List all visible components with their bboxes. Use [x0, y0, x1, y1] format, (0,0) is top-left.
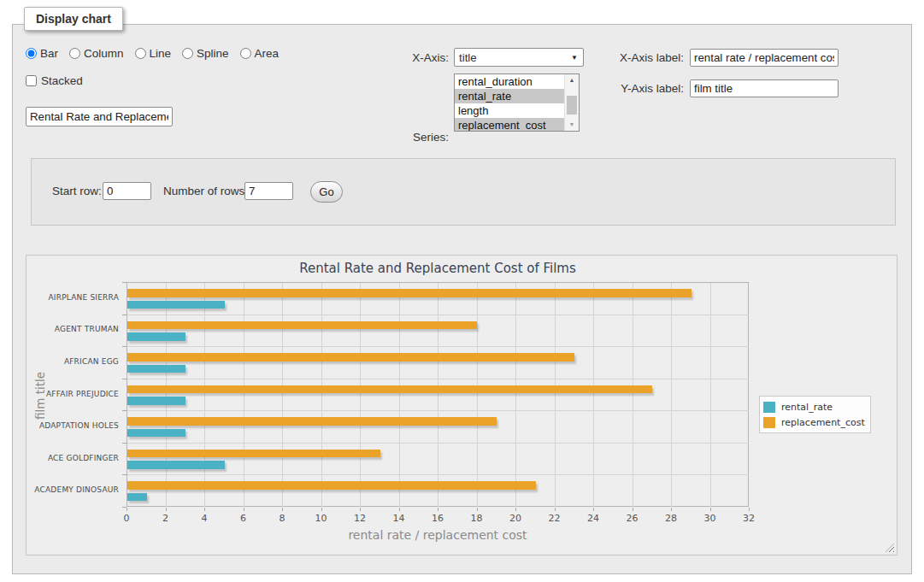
- chart-type-label-spline: Spline: [197, 47, 229, 60]
- x-tick-label: 18: [464, 513, 490, 524]
- x-tick-label: 20: [503, 513, 528, 524]
- series-options: rental_durationrental_ratelengthreplacem…: [455, 74, 564, 131]
- x-tick-mark: [710, 508, 711, 511]
- x-tick-label: 24: [580, 513, 606, 524]
- y-axis-label-input[interactable]: [690, 79, 839, 97]
- x-tick-mark: [749, 508, 750, 511]
- bar-replacement_cost: [127, 481, 536, 490]
- y-tick-label: AFRICAN EGG: [26, 357, 119, 366]
- chart-title: Rental Rate and Replacement Cost of Film…: [127, 261, 749, 276]
- chart-type-radio-line[interactable]: [135, 48, 146, 59]
- stacked-option[interactable]: Stacked: [26, 74, 83, 87]
- gridline-horizontal: [127, 315, 749, 315]
- bar-replacement_cost: [127, 385, 652, 394]
- chart-x-axis-title: rental rate / replacement cost: [127, 528, 749, 542]
- bar-rental_rate: [127, 461, 225, 469]
- chart-type-label-bar: Bar: [40, 47, 58, 60]
- scroll-up-icon[interactable]: ▲: [565, 74, 579, 86]
- bar-rental_rate: [127, 301, 225, 309]
- x-axis-select[interactable]: title ▼: [454, 48, 584, 67]
- x-axis-label-input[interactable]: [690, 49, 839, 67]
- chart: Rental Rate and Replacement Cost of Film…: [26, 255, 898, 556]
- x-tick-label: 4: [191, 513, 217, 524]
- chart-type-radio-spline[interactable]: [182, 48, 193, 59]
- display-chart-panel: Display chart BarColumnLineSplineArea St…: [12, 24, 912, 574]
- x-tick-mark: [477, 508, 478, 511]
- gridline-vertical: [555, 283, 556, 507]
- x-tick-label: 26: [620, 513, 645, 524]
- go-button[interactable]: Go: [310, 181, 343, 203]
- chart-title-input[interactable]: [26, 107, 173, 126]
- y-axis-label-caption: Y-Axis label:: [603, 82, 684, 95]
- y-tick-label: AIRPLANE SIERRA: [26, 293, 119, 302]
- series-label: Series:: [372, 131, 449, 144]
- number-of-rows-input[interactable]: [244, 182, 293, 200]
- series-option-rental_rate[interactable]: rental_rate: [455, 89, 564, 103]
- gridline-horizontal: [127, 474, 749, 475]
- y-tick-mark: [122, 282, 127, 283]
- chart-type-option-column[interactable]: Column: [69, 47, 124, 60]
- gridline-horizontal: [127, 410, 749, 411]
- bar-replacement_cost: [127, 353, 574, 362]
- x-tick-mark: [438, 508, 438, 511]
- x-tick-label: 16: [425, 513, 450, 524]
- x-tick-mark: [204, 508, 205, 511]
- x-tick-label: 32: [736, 513, 762, 524]
- y-tick-label: AGENT TRUMAN: [26, 325, 119, 333]
- legend-item-replacement_cost: replacement_cost: [763, 414, 865, 430]
- bar-replacement_cost: [127, 417, 497, 426]
- chart-type-option-spline[interactable]: Spline: [182, 47, 229, 60]
- x-tick-label: 30: [697, 513, 723, 524]
- scrollbar-thumb[interactable]: [567, 96, 577, 115]
- chart-type-radio-bar[interactable]: [26, 48, 37, 59]
- chart-type-radio-column[interactable]: [69, 48, 80, 59]
- bar-rental_rate: [127, 429, 185, 438]
- chart-type-option-area[interactable]: Area: [240, 47, 280, 60]
- chart-type-option-line[interactable]: Line: [135, 47, 172, 60]
- chart-type-radio-area[interactable]: [240, 48, 251, 59]
- y-tick-label: AFFAIR PREJUDICE: [26, 390, 119, 398]
- gridline-vertical: [710, 283, 711, 507]
- gridline-vertical: [515, 283, 516, 507]
- gridline-vertical: [633, 283, 633, 507]
- chart-type-label-area: Area: [255, 47, 280, 60]
- panel-title: Display chart: [24, 7, 123, 31]
- start-row-label: Start row:: [52, 185, 102, 197]
- gridline-vertical: [593, 283, 594, 507]
- bar-replacement_cost: [127, 321, 477, 330]
- chart-type-option-bar[interactable]: Bar: [26, 47, 58, 60]
- x-tick-mark: [166, 508, 167, 511]
- y-tick-mark: [122, 315, 127, 315]
- start-row-input[interactable]: [103, 182, 151, 200]
- x-tick-label: 10: [309, 513, 334, 524]
- x-tick-label: 22: [542, 513, 568, 524]
- x-tick-mark: [244, 508, 244, 511]
- x-tick-label: 2: [153, 513, 179, 524]
- x-tick-mark: [593, 508, 594, 511]
- series-listbox[interactable]: rental_durationrental_ratelengthreplacem…: [454, 73, 580, 132]
- y-tick-label: ACADEMY DINOSAUR: [26, 485, 119, 494]
- y-tick-mark: [122, 443, 127, 444]
- x-tick-label: 8: [269, 513, 295, 524]
- series-scrollbar[interactable]: ▲ ▼: [564, 74, 579, 131]
- dropdown-arrow-icon: ▼: [571, 54, 578, 62]
- x-tick-mark: [321, 508, 322, 511]
- x-tick-label: 14: [386, 513, 412, 524]
- legend-label: rental_rate: [781, 402, 833, 413]
- stacked-checkbox[interactable]: [26, 75, 37, 86]
- series-option-length[interactable]: length: [455, 103, 564, 118]
- x-tick-mark: [555, 508, 556, 511]
- bar-rental_rate: [127, 397, 185, 405]
- series-option-replacement_cost[interactable]: replacement_cost: [455, 118, 564, 132]
- legend-swatch-icon: [763, 417, 775, 428]
- page: Display chart BarColumnLineSplineArea St…: [0, 0, 924, 582]
- scroll-down-icon[interactable]: ▼: [565, 119, 579, 131]
- gridline-vertical: [438, 283, 438, 507]
- bar-rental_rate: [127, 365, 185, 373]
- resize-handle-icon[interactable]: [886, 544, 894, 552]
- legend-item-rental_rate: rental_rate: [763, 399, 865, 414]
- series-option-rental_duration[interactable]: rental_duration: [455, 74, 564, 89]
- x-tick-label: 0: [114, 513, 139, 524]
- x-tick-mark: [360, 508, 361, 511]
- legend-swatch-icon: [763, 402, 775, 413]
